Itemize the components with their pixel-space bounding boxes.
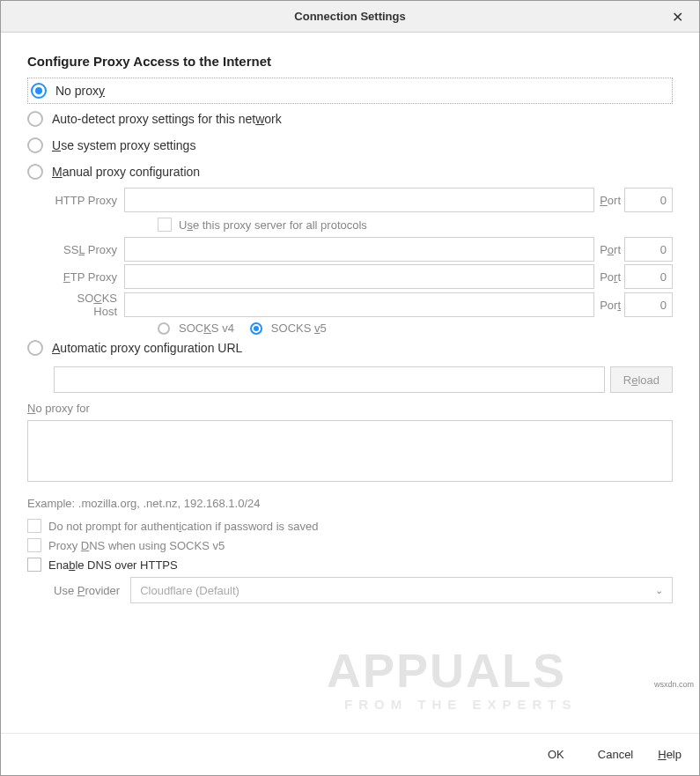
checkbox-icon [27,558,41,572]
no-auth-prompt-row[interactable]: Do not prompt for authentication if pass… [27,519,673,533]
checkbox-label: Do not prompt for authentication if pass… [48,520,318,533]
checkbox-label: Use this proxy server for all protocols [179,218,367,232]
socks-port-label: Port [600,299,621,312]
ok-button[interactable]: OK [539,743,573,767]
radio-socks-v5[interactable]: SOCKS v5 [250,321,327,335]
ssl-proxy-row: SSL Proxy Port [54,237,673,262]
radio-icon [27,137,43,153]
no-proxy-for-label: No proxy for [27,402,673,415]
section-heading: Configure Proxy Access to the Internet [27,54,673,69]
dialog-title: Connection Settings [294,10,405,23]
radio-label: No proxy [55,84,105,98]
titlebar: Connection Settings ✕ [1,1,699,33]
ftp-proxy-row: FTP Proxy Port [54,264,673,289]
http-proxy-input[interactable] [124,188,594,212]
watermark-text: APPUALS [327,643,566,698]
provider-row: Use Provider Cloudflare (Default) ⌄ [27,577,673,603]
socks-host-label: SOCKS Host [54,292,124,318]
radio-label: Automatic proxy configuration URL [52,341,242,355]
http-port-input[interactable] [624,188,673,212]
ftp-proxy-label: FTP Proxy [54,270,124,284]
checkbox-icon [27,519,41,533]
socks-host-row: SOCKS Host Port [54,292,673,318]
auto-url-row: Reload [54,366,673,393]
reload-button[interactable]: Reload [610,366,673,393]
radio-icon [27,111,43,127]
checkbox-icon [158,218,172,232]
radio-label: Manual proxy configuration [52,165,200,179]
help-button[interactable]: Help [658,748,682,761]
proxy-dns-row[interactable]: Proxy DNS when using SOCKS v5 [27,538,673,552]
provider-select[interactable]: Cloudflare (Default) ⌄ [130,577,673,603]
auto-url-input[interactable] [54,366,605,393]
radio-icon [250,322,262,335]
radio-use-system[interactable]: Use system proxy settings [27,132,673,159]
ssl-port-label: Port [600,243,621,256]
provider-value: Cloudflare (Default) [140,584,239,597]
radio-label: Auto-detect proxy settings for this netw… [52,112,282,126]
socks-host-input[interactable] [124,292,594,317]
radio-label: SOCKS v5 [271,321,327,335]
checkbox-label: Enable DNS over HTTPS [48,558,178,572]
radio-icon [27,340,43,356]
cancel-button[interactable]: Cancel [589,743,642,767]
radio-socks-v4[interactable]: SOCKS v4 [158,321,234,335]
ssl-port-input[interactable] [624,237,673,262]
radio-icon [27,164,43,180]
ssl-proxy-input[interactable] [124,237,594,262]
connection-settings-dialog: Connection Settings ✕ Configure Proxy Ac… [0,0,700,776]
chevron-down-icon: ⌄ [655,585,663,596]
radio-auto-url[interactable]: Automatic proxy configuration URL [27,335,673,361]
http-port-label: Port [600,194,621,207]
close-icon[interactable]: ✕ [664,1,690,33]
radio-icon [158,322,170,335]
checkbox-icon [27,538,41,552]
ssl-proxy-label: SSL Proxy [54,243,124,256]
radio-icon [31,83,47,99]
button-bar: OK Cancel Help [1,733,699,775]
socks-version-group: SOCKS v4 SOCKS v5 [54,321,673,335]
ftp-port-label: Port [600,270,621,284]
enable-doh-row[interactable]: Enable DNS over HTTPS [27,558,673,572]
radio-label: Use system proxy settings [52,138,195,152]
http-proxy-label: HTTP Proxy [54,194,124,207]
no-proxy-for-input[interactable] [27,420,673,482]
http-proxy-row: HTTP Proxy Port [54,188,673,212]
manual-config-area: HTTP Proxy Port Use this proxy server fo… [27,188,673,335]
attribution-text: wsxdn.com [654,680,694,689]
ftp-port-input[interactable] [624,264,673,289]
radio-label: SOCKS v4 [179,321,234,335]
provider-label: Use Provider [54,584,120,597]
checkbox-label: Proxy DNS when using SOCKS v5 [48,539,225,552]
socks-port-input[interactable] [624,292,673,317]
content-area: Configure Proxy Access to the Internet N… [1,33,699,733]
radio-auto-detect[interactable]: Auto-detect proxy settings for this netw… [27,106,673,132]
watermark-subtext: FROM THE EXPERTS [344,697,578,712]
radio-no-proxy[interactable]: No proxy [27,78,673,104]
radio-manual[interactable]: Manual proxy configuration [27,159,673,185]
use-all-protocols-row[interactable]: Use this proxy server for all protocols [54,218,673,232]
ftp-proxy-input[interactable] [124,264,594,289]
example-text: Example: .mozilla.org, .net.nz, 192.168.… [27,497,673,510]
